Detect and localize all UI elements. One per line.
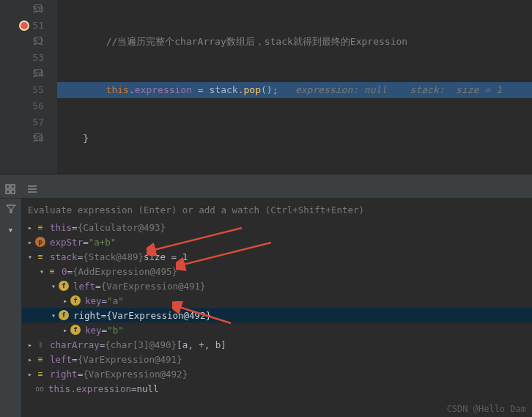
null-icon: oo — [35, 385, 44, 393]
expand-arrow-icon[interactable]: ▸ — [25, 224, 35, 232]
var-expStr[interactable]: ▸pexpStr = "a+b" — [22, 235, 532, 249]
array-icon: ⦀ — [35, 339, 45, 350]
object-icon: ≡ — [35, 251, 45, 262]
line-number: 53 — [32, 52, 44, 63]
method-pop: pop — [244, 84, 261, 95]
collapse-arrow-icon[interactable]: ▾ — [48, 282, 59, 290]
code-editor: 50− 51 52− 53 54− 55 56 57 58− //当遍历完整个c… — [0, 0, 532, 174]
param-icon: p — [35, 237, 45, 247]
object-icon: ≡ — [47, 266, 57, 276]
expand-arrow-icon[interactable]: ▸ — [60, 326, 70, 334]
watermark: CSDN @Hello Dam — [447, 404, 526, 414]
object-icon: ≡ — [35, 369, 45, 379]
line-number: 51 — [32, 20, 44, 31]
expand-arrow-icon[interactable]: ▸ — [25, 355, 35, 364]
var-this[interactable]: ▸≡this = {Calculator@493} — [22, 220, 532, 235]
var-stack-0[interactable]: ▾≡0 = {AddExpression@495} — [22, 264, 532, 278]
expand-arrow-icon[interactable]: ▸ — [60, 297, 70, 305]
field-expression: expression — [135, 84, 192, 95]
object-icon: ≡ — [35, 222, 45, 232]
line-number: 57 — [32, 117, 44, 128]
fold-icon[interactable]: − — [34, 133, 42, 141]
debug-panel: ▾ Evaluate expression (Enter) or add a w… — [0, 199, 532, 417]
fold-icon[interactable]: − — [34, 69, 42, 76]
line-number: 56 — [32, 100, 44, 111]
var-right[interactable]: ▾fright = {VarExpression@492} — [22, 308, 532, 322]
var-left-outer[interactable]: ▸≡left = {VarExpression@491} — [22, 352, 532, 366]
svg-rect-1 — [11, 185, 15, 188]
filter-icon[interactable] — [5, 203, 17, 215]
var-left[interactable]: ▾fleft = {VarExpression@491} — [22, 278, 532, 293]
chevron-down-icon[interactable]: ▾ — [5, 224, 17, 235]
svg-rect-2 — [6, 190, 10, 193]
field-icon: f — [70, 295, 81, 306]
field-icon: f — [59, 310, 69, 320]
collapse-arrow-icon[interactable]: ▾ — [48, 311, 59, 320]
expand-arrow-icon[interactable]: ▸ — [25, 341, 35, 349]
object-icon: ≡ — [35, 354, 45, 364]
var-stack[interactable]: ▾≡stack = {Stack@489} size = 1 — [22, 249, 532, 264]
line-number: 55 — [32, 84, 44, 95]
svg-rect-0 — [6, 185, 10, 188]
grid-view-icon[interactable] — [4, 183, 16, 195]
svg-rect-3 — [11, 190, 15, 193]
expand-arrow-icon[interactable]: ▸ — [25, 370, 35, 378]
collapse-arrow-icon[interactable]: ▾ — [25, 253, 35, 261]
field-icon: f — [59, 281, 69, 291]
breakpoint-icon[interactable] — [19, 21, 29, 31]
evaluate-expression-input[interactable]: Evaluate expression (Enter) or add a wat… — [22, 202, 532, 220]
var-this-expression[interactable]: oothis.expression = null — [22, 381, 532, 396]
var-charArray[interactable]: ▸⦀charArray = {char[3]@490} [a, +, b] — [22, 337, 532, 352]
keyword-this: this — [106, 84, 129, 95]
editor-gutter: 50− 51 52− 53 54− 55 56 57 58− — [0, 0, 57, 174]
inline-hint: expression: null — [295, 84, 387, 95]
fold-icon[interactable]: − — [34, 37, 42, 44]
var-right-key[interactable]: ▸fkey = "b" — [22, 322, 532, 337]
debug-sidebar: ▾ — [0, 199, 22, 417]
inline-hint: stack: size = 1 — [410, 84, 502, 95]
comment: //当遍历完整个charArray数组后，stack就得到最终的Expressi… — [106, 36, 408, 47]
collapse-arrow-icon[interactable]: ▾ — [37, 267, 47, 276]
brace: } — [83, 133, 89, 144]
code-area[interactable]: //当遍历完整个charArray数组后，stack就得到最终的Expressi… — [57, 0, 532, 174]
variables-tree[interactable]: Evaluate expression (Enter) or add a wat… — [22, 199, 532, 417]
expand-arrow-icon[interactable]: ▸ — [25, 238, 35, 246]
var-right-outer[interactable]: ▸≡right = {VarExpression@492} — [22, 366, 532, 381]
field-icon: f — [70, 325, 81, 335]
var-left-key[interactable]: ▸fkey = "a" — [22, 293, 532, 308]
list-view-icon[interactable] — [26, 183, 38, 195]
fold-icon[interactable]: − — [34, 4, 42, 12]
